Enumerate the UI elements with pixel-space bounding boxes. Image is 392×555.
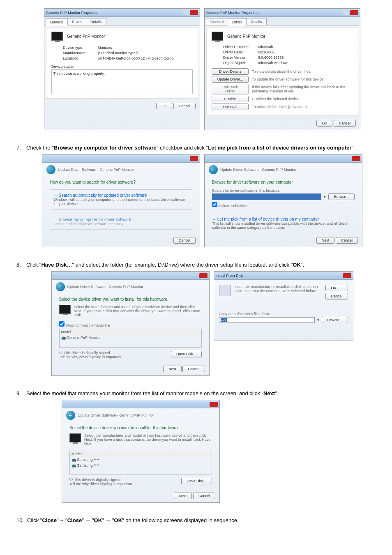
driver-date: 6/21/2006 [258, 50, 274, 54]
close-icon[interactable] [190, 156, 198, 161]
manufacturer-label: Manufacturer: [63, 51, 98, 55]
model-item[interactable]: 📺 Samsung **** [70, 463, 212, 468]
next-button[interactable]: Next [163, 366, 182, 372]
include-subfolders-checkbox[interactable] [212, 202, 217, 207]
dropdown-icon[interactable]: ▾ [324, 195, 326, 199]
driver-details-button[interactable]: Driver Details [212, 68, 249, 75]
step-number: 7. [16, 145, 26, 151]
location-label: Location: [63, 56, 98, 60]
disk-msg: Insert the manufacturer's installation d… [235, 285, 322, 299]
close-icon[interactable] [343, 273, 351, 278]
cancel-button[interactable]: Cancel [173, 237, 196, 244]
cancel-button[interactable]: Cancel [334, 120, 356, 127]
provider: Microsoft [258, 45, 273, 49]
model-item[interactable]: 📺 Generic PnP Monitor [60, 335, 201, 347]
update-driver-button[interactable]: Update Driver... [212, 76, 249, 83]
back-icon[interactable]: ← [46, 165, 55, 174]
close-icon[interactable] [210, 402, 218, 407]
tab-driver[interactable]: Driver [228, 18, 247, 25]
step-number: 10. [16, 517, 27, 523]
next-button[interactable]: Next [316, 237, 335, 244]
location: on NVIDIA GeForce 6600 LE (Microsoft Cor… [98, 56, 174, 60]
device-name: Generic PnP Monitor [227, 34, 265, 39]
dialog-title: Generic PnP Monitor Properties [46, 11, 98, 15]
breadcrumb: Update Driver Software - Generic PnP Mon… [58, 168, 134, 172]
location-label: Search for driver software in this locat… [212, 189, 355, 193]
update-driver-wizard-browse: ←Update Driver Software - Generic PnP Mo… [204, 154, 362, 247]
location-input[interactable] [212, 193, 321, 200]
dialog-title: Generic PnP Monitor Properties [206, 11, 258, 15]
browse-button[interactable]: Browse... [322, 317, 348, 323]
cancel-button[interactable]: Cancel [325, 293, 348, 299]
show-compatible-checkbox[interactable] [59, 321, 65, 327]
why-signing-link[interactable]: Tell me why driver signing is important [69, 482, 132, 486]
wizard-desc: Select the manufacturer and model of you… [84, 433, 212, 446]
back-icon[interactable]: ← [66, 411, 75, 420]
cancel-button[interactable]: Cancel [336, 237, 358, 244]
model-column: Model [60, 329, 201, 335]
breadcrumb: Update Driver Software - Generic PnP Mon… [78, 413, 154, 417]
monitor-properties-driver: Generic PnP Monitor Properties General D… [204, 8, 360, 130]
wizard-heading: How do you want to search for driver sof… [50, 180, 192, 184]
back-icon[interactable]: ← [56, 282, 65, 291]
device-status: This device is working properly. [51, 69, 193, 94]
step-text: Click "Close"→ "Close" → "OK" → "OK" on … [27, 517, 376, 523]
driver-details-desc: To view details about the driver files. [252, 69, 353, 74]
dropdown-icon[interactable]: ▾ [317, 318, 319, 322]
have-disk-button[interactable]: Have Disk... [181, 478, 212, 484]
tab-driver[interactable]: Driver [67, 18, 86, 25]
monitor-icon [69, 433, 81, 442]
close-icon[interactable] [350, 10, 358, 15]
device-name: Generic PnP Monitor [67, 34, 105, 39]
ok-button[interactable]: OK [156, 103, 172, 109]
help-btn[interactable] [343, 10, 349, 15]
cancel-button[interactable]: Cancel [193, 493, 215, 499]
disable-button[interactable]: Disable [212, 96, 249, 102]
wizard-heading: Browse for driver software on your compu… [212, 180, 355, 184]
why-signing-link[interactable]: Tell me why driver signing is important [59, 355, 122, 359]
signed-notice: 🛡 This driver is digitally signed. [69, 478, 132, 482]
tab-details[interactable]: Details [246, 18, 267, 25]
step-number: 9. [16, 390, 26, 396]
tab-details[interactable]: Details [86, 18, 106, 25]
monitor-properties-general: Generic PnP Monitor Properties General D… [44, 8, 200, 130]
uninstall-desc: To uninstall the driver (Advanced). [252, 105, 353, 109]
option-browse[interactable]: → Browse my computer for driver software… [50, 214, 192, 230]
close-icon[interactable] [190, 10, 198, 15]
path-input[interactable]: A:\ [219, 317, 315, 323]
signer-label: Digital Signer: [223, 61, 258, 65]
next-button[interactable]: Next [174, 493, 192, 499]
device-type: Monitors [98, 46, 112, 50]
copy-from-label: Copy manufacturer's files from: [219, 312, 348, 316]
device-status-label: Device status [51, 64, 193, 69]
cancel-button[interactable]: Cancel [182, 366, 205, 372]
dialog-title: Install From Disk [216, 274, 243, 278]
have-disk-button[interactable]: Have Disk... [171, 351, 202, 357]
rollback-desc: If the device fails after updating the d… [252, 85, 353, 93]
ok-button[interactable]: OK [325, 285, 348, 291]
tab-general[interactable]: General [46, 18, 68, 25]
rollback-driver-button[interactable]: Roll Back Driver [212, 84, 249, 94]
close-icon[interactable] [352, 156, 360, 161]
update-driver-desc: To update the driver software for this d… [252, 77, 353, 81]
help-btn[interactable] [183, 10, 189, 15]
ok-button[interactable]: OK [316, 120, 332, 127]
step-text: Check the "Browse my computer for driver… [26, 145, 376, 151]
signed-notice: 🛡 This driver is digitally signed. [59, 351, 122, 355]
option-pick-from-list[interactable]: → Let me pick from a list of device driv… [212, 217, 355, 230]
step-text: Select the model that matches your monit… [26, 390, 376, 396]
model-column: Model [70, 451, 212, 457]
browse-button[interactable]: Browse... [328, 193, 355, 200]
tab-general[interactable]: General [206, 18, 228, 25]
model-item[interactable]: 📺 Samsung **** [70, 457, 212, 463]
monitor-icon [51, 32, 63, 41]
disable-desc: Disables the selected device. [252, 97, 353, 101]
wizard-desc: Select the manufacturer and model of you… [74, 305, 202, 317]
option-search-auto[interactable]: → Search automatically for updated drive… [50, 189, 192, 210]
wizard-heading: Select the device driver you want to ins… [59, 297, 202, 302]
monitor-icon [212, 32, 223, 41]
uninstall-button[interactable]: Uninstall [212, 104, 249, 110]
back-icon[interactable]: ← [209, 165, 218, 174]
cancel-button[interactable]: Cancel [173, 103, 196, 109]
close-icon[interactable] [199, 273, 208, 278]
